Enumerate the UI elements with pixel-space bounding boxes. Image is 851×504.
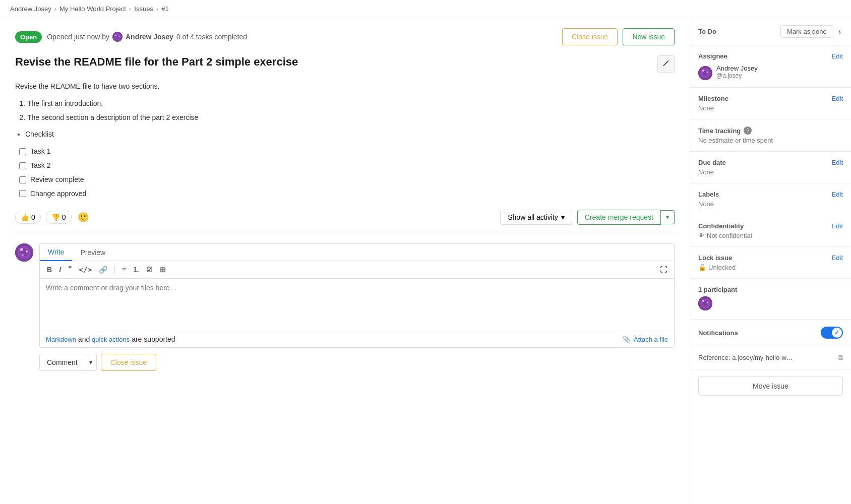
link-button[interactable]: 🔗 bbox=[97, 265, 109, 275]
due-date-section: Due date Edit None bbox=[690, 152, 851, 183]
navigate-next-button[interactable]: › bbox=[836, 27, 843, 36]
tab-preview[interactable]: Preview bbox=[72, 244, 113, 261]
notifications-toggle[interactable]: ✓ bbox=[821, 327, 843, 339]
notifications-section: Notifications ✓ bbox=[690, 320, 851, 346]
assignee-section: Assignee Edit Andrew Josey bbox=[690, 45, 851, 88]
assignee-label: Assignee bbox=[698, 52, 727, 60]
due-date-row: Due date Edit bbox=[698, 159, 843, 166]
issue-title: Revise the README file for the Part 2 si… bbox=[15, 55, 652, 69]
issue-opened-text: Opened just now by Andrew Josey 0 o bbox=[47, 32, 247, 42]
body-list: The first an introduction. The second se… bbox=[15, 98, 675, 124]
time-tracking-help-icon[interactable]: ? bbox=[744, 127, 752, 135]
assignee-handle: @a.josey bbox=[716, 72, 758, 79]
comment-box: Write Preview B I " </> 🔗 ≡ 1. ☑ ⊞ bbox=[39, 243, 675, 348]
breadcrumb-sep-2: › bbox=[129, 5, 131, 13]
labels-section: Labels Edit None bbox=[690, 183, 851, 215]
notifications-label: Notifications bbox=[698, 329, 738, 337]
lock-issue-edit-button[interactable]: Edit bbox=[832, 254, 843, 262]
checklist-checkbox-2[interactable] bbox=[19, 162, 26, 169]
checklist-title: Checklist bbox=[25, 130, 54, 138]
code-button[interactable]: </> bbox=[77, 265, 94, 275]
svg-point-3 bbox=[115, 35, 116, 36]
milestone-section: Milestone Edit None bbox=[690, 88, 851, 119]
add-reaction-button[interactable]: 🙂 bbox=[77, 211, 90, 224]
body-item-2: The second section a description of the … bbox=[27, 112, 675, 124]
confidentiality-label: Confidentiality bbox=[698, 222, 744, 230]
time-tracking-row: Time tracking ? bbox=[698, 127, 843, 135]
due-date-edit-button[interactable]: Edit bbox=[832, 159, 843, 166]
quick-actions-link[interactable]: quick actions bbox=[92, 336, 130, 343]
confidentiality-row: Confidentiality Edit bbox=[698, 222, 843, 230]
svg-point-19 bbox=[702, 300, 704, 302]
comment-dropdown-button[interactable]: ▾ bbox=[85, 354, 97, 371]
checklist-checkbox-4[interactable] bbox=[19, 190, 26, 197]
opened-by-label: Opened just now by bbox=[47, 33, 109, 41]
milestone-edit-button[interactable]: Edit bbox=[832, 95, 843, 102]
lock-text: Unlocked bbox=[708, 264, 736, 271]
close-issue-bottom-button[interactable]: Close issue bbox=[101, 354, 156, 371]
todo-section: To Do Mark as done › bbox=[690, 18, 851, 45]
confidentiality-section: Confidentiality Edit 👁 Not confidential bbox=[690, 215, 851, 247]
lock-icon: 🔓 bbox=[698, 264, 706, 271]
checklist-checkbox-1[interactable] bbox=[19, 148, 26, 155]
issue-meta: Open Opened just now by bbox=[15, 31, 247, 43]
toolbar-divider bbox=[114, 266, 115, 274]
copy-icon[interactable]: ⧉ bbox=[838, 353, 843, 362]
quote-button[interactable]: " bbox=[66, 264, 74, 275]
participant-avatar[interactable] bbox=[698, 296, 712, 310]
checklist-item-4: Change approved bbox=[19, 188, 675, 200]
author-name: Andrew Josey bbox=[126, 33, 173, 41]
mark-as-done-button[interactable]: Mark as done bbox=[780, 25, 833, 38]
bullet-list-button[interactable]: ≡ bbox=[120, 265, 128, 275]
new-issue-button[interactable]: New issue bbox=[623, 28, 675, 45]
labels-edit-button[interactable]: Edit bbox=[832, 191, 843, 198]
create-mr-group: Create merge request ▾ bbox=[577, 210, 675, 225]
create-mr-dropdown-button[interactable]: ▾ bbox=[661, 210, 675, 224]
labels-value: None bbox=[698, 200, 843, 208]
breadcrumb-issues[interactable]: Issues bbox=[134, 5, 153, 13]
assignee-edit-button[interactable]: Edit bbox=[832, 52, 843, 60]
confidentiality-edit-button[interactable]: Edit bbox=[832, 222, 843, 230]
fullscreen-button[interactable]: ⛶ bbox=[658, 265, 669, 275]
move-issue-section: Move issue bbox=[690, 369, 851, 403]
svg-point-10 bbox=[22, 254, 24, 256]
reactions-bar: 👍 0 👎 0 🙂 Show all activity ▾ Create mer… bbox=[15, 210, 675, 233]
labels-row: Labels Edit bbox=[698, 191, 843, 198]
checklist-checkbox-3[interactable] bbox=[19, 176, 26, 183]
close-issue-button[interactable]: Close issue bbox=[562, 28, 618, 45]
table-button[interactable]: ⊞ bbox=[158, 265, 168, 275]
bold-button[interactable]: B bbox=[45, 265, 54, 275]
main-content: Open Opened just now by bbox=[0, 18, 690, 504]
edit-title-button[interactable] bbox=[657, 55, 675, 73]
comment-tabs: Write Preview bbox=[40, 244, 674, 261]
lock-issue-row: Lock issue Edit bbox=[698, 254, 843, 262]
due-date-label: Due date bbox=[698, 159, 726, 166]
labels-label: Labels bbox=[698, 191, 719, 198]
author-avatar-small bbox=[112, 32, 123, 42]
show-activity-label: Show all activity bbox=[508, 213, 558, 221]
comment-button[interactable]: Comment bbox=[39, 354, 85, 371]
assignee-avatar[interactable] bbox=[698, 66, 712, 80]
markdown-info: Markdown and quick actions are supported bbox=[46, 335, 175, 343]
comment-input[interactable] bbox=[40, 279, 674, 329]
breadcrumb-project[interactable]: My Hello World Project bbox=[59, 5, 126, 13]
commenter-avatar bbox=[15, 243, 33, 262]
attach-file-button[interactable]: 📎 Attach a file bbox=[623, 336, 668, 343]
ordered-list-button[interactable]: 1. bbox=[131, 265, 141, 275]
assignee-info: Andrew Josey @a.josey bbox=[698, 63, 843, 80]
italic-button[interactable]: I bbox=[57, 265, 63, 275]
thumbs-up-button[interactable]: 👍 0 bbox=[15, 211, 41, 224]
breadcrumb-home[interactable]: Andrew Josey bbox=[10, 5, 51, 13]
move-issue-button[interactable]: Move issue bbox=[698, 376, 843, 396]
thumbs-down-button[interactable]: 👎 0 bbox=[46, 211, 72, 224]
tab-write[interactable]: Write bbox=[40, 244, 72, 261]
markdown-link[interactable]: Markdown bbox=[46, 336, 76, 343]
checklist-label: Checklist bbox=[25, 129, 675, 141]
assignee-avatar-svg bbox=[698, 66, 712, 80]
assignee-name: Andrew Josey bbox=[716, 65, 758, 72]
lock-issue-section: Lock issue Edit 🔓 Unlocked bbox=[690, 247, 851, 279]
create-merge-request-button[interactable]: Create merge request bbox=[577, 210, 661, 225]
show-activity-button[interactable]: Show all activity ▾ bbox=[500, 210, 572, 225]
reference-section: Reference: a.josey/my-hello-w… ⧉ bbox=[690, 346, 851, 369]
checklist-button[interactable]: ☑ bbox=[144, 265, 155, 275]
